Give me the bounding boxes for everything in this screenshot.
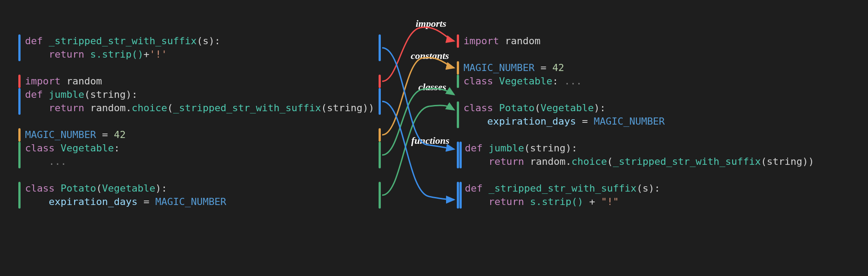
right-line6: class Potato(Vegetable):: [463, 101, 606, 115]
right-line13: return s.strip() + "!": [465, 195, 619, 209]
left-bar-class1: [18, 142, 21, 168]
mid-bar-class2: [379, 182, 381, 209]
right-bar-fn1b: [459, 142, 462, 168]
left-line2: return s.strip()+'!': [25, 48, 167, 61]
arrow-constants: [382, 58, 454, 135]
arrow-classes-2: [382, 105, 454, 195]
diagram-stage: def _stripped_str_with_suffix(s): return…: [0, 0, 868, 276]
label-functions: functions: [411, 135, 450, 146]
mid-bar-class1: [379, 142, 381, 168]
left-line10: ...: [25, 155, 67, 168]
right-line3: MAGIC_NUMBER = 42: [463, 61, 564, 75]
right-line4: class Vegetable: ...: [463, 75, 582, 88]
right-bar-class1: [457, 75, 459, 88]
right-line12: def _stripped_str_with_suffix(s):: [465, 182, 660, 195]
right-line10: return random.choice(_stripped_str_with_…: [465, 155, 814, 168]
right-line7: expiration_days = MAGIC_NUMBER: [463, 115, 665, 128]
left-line8: MAGIC_NUMBER = 42: [25, 128, 126, 142]
left-line12: class Potato(Vegetable):: [25, 182, 167, 195]
right-bar-class2: [457, 101, 459, 128]
right-bar-fn2: [457, 182, 459, 209]
left-line6: return random.choice(_stripped_str_with_…: [25, 101, 375, 115]
right-line1: import random: [463, 34, 540, 48]
mid-bar-fn1: [379, 34, 381, 61]
left-bar-const: [18, 128, 21, 142]
right-bar-fn1: [457, 142, 459, 168]
arrow-functions-1: [382, 48, 454, 149]
left-bar-import: [18, 75, 21, 88]
left-bar-class2: [18, 182, 21, 209]
label-classes: classes: [418, 81, 446, 93]
left-line13: expiration_days = MAGIC_NUMBER: [25, 195, 226, 209]
left-line9: class Vegetable:: [25, 142, 120, 155]
label-imports: imports: [416, 18, 446, 29]
right-bar-const: [457, 61, 459, 75]
right-line9: def jumble(string):: [465, 142, 577, 155]
right-bar-fn2b: [459, 182, 462, 209]
mid-bar-const: [379, 128, 381, 142]
right-bar-import: [457, 34, 459, 48]
left-bar-fn2: [18, 88, 21, 115]
mid-bar-fn2: [379, 88, 381, 115]
left-bar-fn1: [18, 34, 21, 61]
left-line1: def _stripped_str_with_suffix(s):: [25, 34, 220, 48]
arrow-functions-2: [382, 101, 454, 200]
mid-bar-import: [379, 75, 381, 88]
label-constants: constants: [411, 50, 449, 62]
left-line4: import random: [25, 75, 102, 88]
left-line5: def jumble(string):: [25, 88, 138, 101]
